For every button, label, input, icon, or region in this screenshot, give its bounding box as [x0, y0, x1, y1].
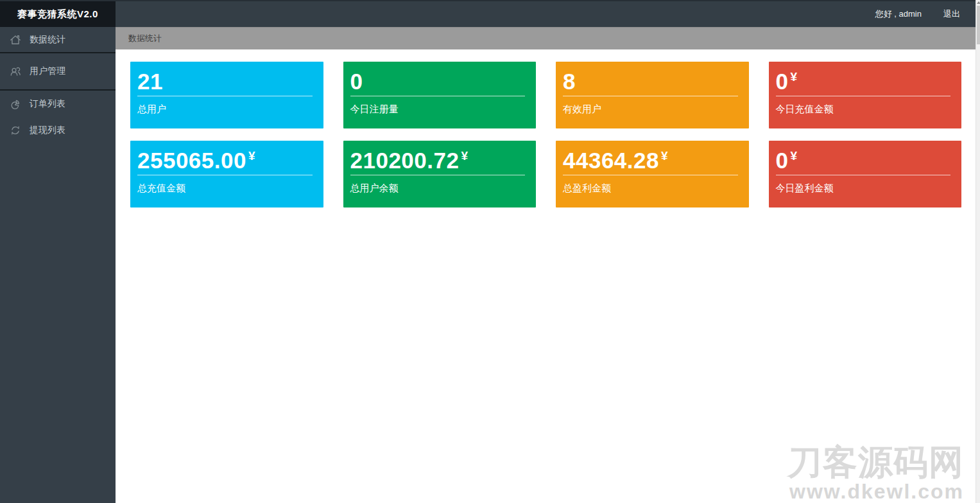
stat-label: 总用户余额 — [350, 182, 528, 195]
scrollbar-up-arrow-icon[interactable] — [977, 1, 980, 4]
stat-label: 今日充值金额 — [776, 103, 953, 116]
stat-label: 今日注册量 — [350, 103, 528, 116]
sidebar: 数据统计 用户管理 订单列表 — [0, 27, 116, 503]
currency-symbol: ¥ — [461, 148, 468, 164]
scrollbar-thumb[interactable] — [977, 6, 980, 44]
card-divider — [776, 96, 951, 96]
card-divider — [776, 175, 951, 175]
currency-symbol: ¥ — [661, 148, 668, 164]
stat-value: 0¥ — [776, 148, 953, 173]
stat-card: 255065.00¥ 总充值金额 — [130, 141, 323, 207]
users-icon — [9, 65, 22, 78]
sidebar-item-label: 提现列表 — [30, 125, 65, 136]
stat-card: 8 有效用户 — [556, 62, 749, 128]
sidebar-item-label: 数据统计 — [30, 34, 65, 46]
app-title: 赛事竞猜系统V2.0 — [0, 1, 116, 27]
card-divider — [350, 96, 526, 96]
pie-chart-icon — [9, 98, 22, 110]
refresh-icon — [9, 124, 22, 137]
stat-cards-grid: 21 总用户 0 今日注册量 8 有效用户 0¥ 今日充值金额 255065.0… — [116, 49, 976, 207]
stat-value: 210200.72¥ — [350, 148, 528, 173]
stat-card: 21 总用户 — [130, 62, 323, 128]
sidebar-item-label: 订单列表 — [30, 98, 65, 110]
main-content: 数据统计 21 总用户 0 今日注册量 8 有效用户 0¥ 今日充值金额 255… — [116, 27, 976, 503]
stat-label: 总充值金额 — [137, 182, 314, 195]
breadcrumb-title: 数据统计 — [128, 33, 162, 44]
stat-label: 总盈利金额 — [563, 182, 740, 195]
card-divider — [563, 175, 738, 175]
greeting-text: 您好 , admin — [875, 8, 922, 20]
breadcrumb: 数据统计 — [116, 27, 976, 49]
stat-label: 有效用户 — [563, 103, 740, 116]
sidebar-item-order-list[interactable]: 订单列表 — [0, 91, 116, 118]
stat-card: 0 今日注册量 — [343, 62, 537, 128]
logout-link[interactable]: 退出 — [943, 8, 960, 20]
currency-symbol: ¥ — [790, 69, 797, 85]
sidebar-item-data-stats[interactable]: 数据统计 — [0, 27, 116, 53]
stat-value: 8 — [563, 69, 740, 94]
topbar-user-area: 您好 , admin 退出 — [875, 8, 976, 20]
currency-symbol: ¥ — [790, 148, 797, 164]
stat-card: 0¥ 今日盈利金额 — [769, 141, 962, 207]
stat-value: 21 — [137, 69, 314, 94]
sidebar-item-label: 用户管理 — [30, 66, 65, 77]
card-divider — [350, 175, 526, 175]
topbar: 赛事竞猜系统V2.0 您好 , admin 退出 — [0, 0, 976, 27]
card-divider — [137, 96, 313, 96]
stat-value: 0¥ — [776, 69, 953, 94]
scrollbar[interactable] — [976, 0, 980, 503]
stat-card: 44364.28¥ 总盈利金额 — [556, 141, 749, 207]
currency-symbol: ¥ — [248, 148, 255, 164]
stat-label: 总用户 — [137, 103, 314, 116]
sidebar-item-withdraw-list[interactable]: 提现列表 — [0, 118, 116, 143]
stat-value: 0 — [350, 69, 528, 94]
card-divider — [137, 175, 313, 175]
card-divider — [563, 96, 738, 96]
sidebar-item-user-management[interactable]: 用户管理 — [0, 53, 116, 91]
stat-label: 今日盈利金额 — [776, 182, 953, 195]
stat-card: 210200.72¥ 总用户余额 — [343, 141, 537, 207]
stat-value: 44364.28¥ — [563, 148, 740, 173]
stat-card: 0¥ 今日充值金额 — [769, 62, 962, 128]
home-icon — [9, 33, 22, 46]
stat-value: 255065.00¥ — [137, 148, 314, 173]
